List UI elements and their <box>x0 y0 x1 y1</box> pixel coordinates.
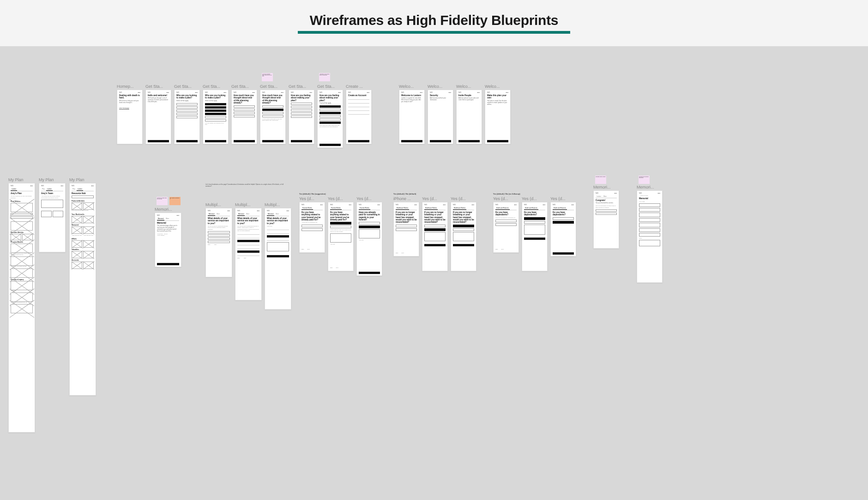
sticky-note[interactable]: what do we need to ask on this page <box>157 197 168 205</box>
header-band: Wireframes as High Fidelity Blueprints <box>0 0 868 46</box>
memorial-group: what do we need to ask on this page how … <box>155 190 291 310</box>
frame-myplan-3[interactable]: My Plan 9:41●●● PlanLantern Resource Hub… <box>69 177 96 433</box>
frame-memorial-checklist[interactable]: Checklist view showing completion Memori… <box>637 185 663 283</box>
frame-multiple-1[interactable]: Let's have headnotes on this page! Consi… <box>205 190 232 277</box>
page-title: Wireframes as High Fidelity Blueprints <box>310 12 558 28</box>
frame-welcome-2[interactable]: Welco... 9:41●●● Security Add security a… <box>428 84 453 144</box>
frame-thought-2[interactable]: For more important items, this can be a … <box>260 84 286 148</box>
onboarding-group: Homep... 9:41●●● Dealing with death is h… <box>117 84 372 148</box>
yesno-group-c: Yes (default) / No (no followup) Yes (d.… <box>493 193 576 271</box>
sticky-note[interactable]: Congrats screen variant <box>595 176 606 184</box>
frame-welcome-4[interactable]: Welco... 9:41●●● Make this plan your own… <box>485 84 511 144</box>
frame-create-account[interactable]: Create ... 9:41●●● Create an Account <box>346 84 372 148</box>
frame-congrats[interactable]: Congrats screen variant Memori... 9:41●●… <box>593 185 619 283</box>
next-button[interactable] <box>148 140 169 142</box>
search-input[interactable] <box>72 195 94 198</box>
group-annotation: Yes (default) / No (suggestion) <box>299 193 382 195</box>
myplan-group: My Plan 9:41●●● Lantern Amy's Plan We bu… <box>8 177 96 433</box>
sticky-note[interactable]: For more important items, this can be a … <box>262 73 273 81</box>
title-underline <box>298 31 570 34</box>
frame-yna-1[interactable]: Yes (d... 9:41●●● Funeral Wishes Do you … <box>299 196 325 276</box>
group-annotation: Yes (default) / No (no followup) <box>493 193 576 195</box>
frame-who-plan-1[interactable]: Get Sta... 9:41●●● Who are you looking t… <box>174 84 200 148</box>
frame-label: Homep... <box>117 84 143 89</box>
memorial2-group: Congrats screen variant Memori... 9:41●●… <box>593 185 663 283</box>
frame-ynb-2[interactable]: Yes (d... 9:41●●● Healthcare Wishes If y… <box>422 196 448 271</box>
frame-myplan-1[interactable]: My Plan 9:41●●● Lantern Amy's Plan We bu… <box>8 177 35 433</box>
yesno-group-a: Yes (default) / No (suggestion) Yes (d..… <box>299 193 382 276</box>
frame-thought-1[interactable]: Get Sta... 9:41●●● How much have you tho… <box>231 84 257 148</box>
frame-welcome-1[interactable]: Welco... 9:41●●● Welcome to Lantern Lant… <box>399 84 425 144</box>
frame-memorial-intro[interactable]: what do we need to ask on this page how … <box>155 200 181 267</box>
frame-feeling-2[interactable]: Alternately, can be done inline on prior… <box>317 84 343 148</box>
frame-homepage[interactable]: Homep... 9:41●●● Dealing with death is h… <box>117 84 143 148</box>
frame-ync-1[interactable]: Yes (d... 9:41●●● Death and Finances Do … <box>493 196 519 271</box>
frame-multiple-2[interactable]: Multipl... 9:41●●● MemorialMore What det… <box>235 202 262 300</box>
frame-feeling-1[interactable]: Get Sta... 9:41●●● How are you feeling a… <box>289 84 314 148</box>
input-field[interactable] <box>348 98 369 100</box>
frame-ynb-3[interactable]: Yes (d... 9:41●●● Healthcare Wishes If y… <box>451 196 476 271</box>
sticky-note[interactable]: Checklist view showing completion <box>639 176 650 184</box>
frame-myplan-2[interactable]: My Plan 9:41●●● PlanLantern Amy's Team A… <box>39 177 66 433</box>
yesno-group-b: Yes (default) / No (default) iPhone ... … <box>393 193 476 271</box>
sticky-note[interactable]: Alternately, can be done inline on prior… <box>319 73 330 81</box>
frame-welcome-intro[interactable]: Get Sta... 9:41●●● Hello and welcome! We… <box>145 84 171 148</box>
frame-ynb-1[interactable]: iPhone ... 9:41●●● Healthcare Wishes If … <box>393 196 419 271</box>
group-annotation: Yes (default) / No (default) <box>393 193 476 195</box>
frame-multiple-3[interactable]: Multipl... 9:41●●● MemorialMore What det… <box>265 202 291 310</box>
frame-welcome-3[interactable]: Welco... 9:41●●● Invite People Add one p… <box>456 84 482 144</box>
annotation: Let's have headnotes on this page! Consi… <box>205 184 289 187</box>
frame-ync-3[interactable]: Yes (d... 9:41●●● Death and Finances Do … <box>550 196 576 271</box>
frame-who-plan-2[interactable]: Get Sta... 9:41●●● Who are you looking t… <box>203 84 229 148</box>
frame-ync-2[interactable]: Yes (d... 9:41●●● Death and Finances Do … <box>522 196 548 271</box>
welcome-group: Welco... 9:41●●● Welcome to Lantern Lant… <box>399 84 511 144</box>
frame-yna-3[interactable]: Yes (d... 9:41●●● Funeral Wishes Have yo… <box>356 196 382 276</box>
option[interactable] <box>176 103 198 105</box>
canvas[interactable]: Homep... 9:41●●● Dealing with death is h… <box>0 46 868 500</box>
image-placeholder <box>11 203 33 212</box>
frame-yna-2[interactable]: Yes (d... 9:41●●● Funeral Wishes Do you … <box>328 196 354 276</box>
sticky-note[interactable]: how might we structure it <box>169 197 181 205</box>
